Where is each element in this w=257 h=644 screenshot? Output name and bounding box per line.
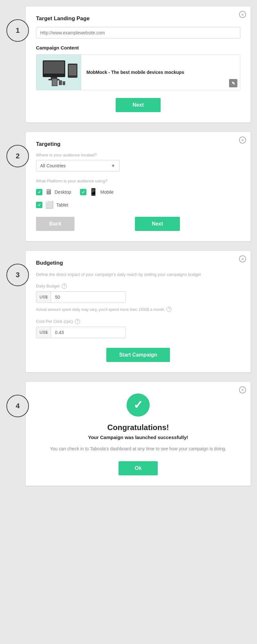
- step-1-next-button[interactable]: Next: [116, 98, 161, 112]
- dropdown-arrow-icon: ▼: [111, 163, 115, 168]
- campaign-content-label: Campaign Content: [36, 45, 240, 50]
- svg-rect-1: [44, 61, 64, 74]
- step-4-wrapper: 4 × Congratulations! Your Campaign was l…: [6, 382, 251, 486]
- cpc-input[interactable]: [51, 327, 126, 338]
- tablet-label: Tablet: [56, 202, 68, 207]
- desktop-label: Desktop: [55, 190, 71, 195]
- step-1-title: Target Landing Page: [36, 15, 240, 22]
- platform-tablet: ⬜ Tablet: [36, 201, 68, 209]
- congrats-subtitle: Your Campaign was launched successfully!: [36, 435, 240, 440]
- start-campaign-button[interactable]: Start Campaign: [106, 348, 170, 362]
- svg-rect-8: [59, 80, 62, 85]
- tablet-icon: ⬜: [45, 201, 54, 209]
- step-2-card: × Targeting Where is your audience locat…: [26, 132, 251, 241]
- edit-campaign-button[interactable]: ✎: [229, 79, 237, 87]
- daily-budget-currency: US$: [36, 292, 51, 302]
- audience-location-label: Where is your audience located?: [36, 153, 240, 157]
- step-1-close-button[interactable]: ×: [239, 11, 246, 18]
- svg-rect-5: [69, 65, 76, 75]
- desktop-icon: 🖥: [45, 188, 52, 196]
- daily-budget-note: Actual amount spent daily may vary, you'…: [36, 307, 240, 313]
- daily-budget-input[interactable]: [51, 292, 126, 303]
- budget-note-info-icon[interactable]: ?: [166, 307, 172, 312]
- step-1-circle: 1: [6, 19, 29, 42]
- cpc-label: Cost Per Click (cpc) ?: [36, 319, 240, 324]
- step-2-next-button[interactable]: Next: [135, 217, 180, 231]
- daily-budget-label: Daily Budget ?: [36, 284, 240, 289]
- step-4-close-button[interactable]: ×: [239, 386, 246, 393]
- svg-rect-7: [52, 79, 57, 85]
- step-4-card: × Congratulations! Your Campaign was lau…: [26, 382, 251, 486]
- daily-budget-info-icon[interactable]: ?: [62, 284, 67, 289]
- platform-label: What Platform is your audience using?: [36, 179, 240, 183]
- step-4-circle: 4: [6, 395, 29, 417]
- cpc-input-row: US$: [36, 327, 126, 338]
- cpc-info-icon[interactable]: ?: [75, 319, 80, 324]
- step-2-back-button[interactable]: Back: [36, 217, 75, 231]
- campaign-content-box: MobMock - The best mobile devices mockup…: [36, 54, 240, 90]
- congrats-description: You can check in to Taboola's dashboard …: [36, 445, 240, 452]
- daily-budget-input-row: US$: [36, 291, 126, 303]
- mobile-checkbox[interactable]: [80, 189, 86, 195]
- step-2-title: Targeting: [36, 141, 240, 147]
- ok-button[interactable]: Ok: [119, 461, 157, 475]
- congrats-title: Congratulations!: [36, 423, 240, 432]
- budget-description: Define the direct impact of your campaig…: [36, 271, 240, 278]
- step-2-btn-row: Back Next: [36, 217, 240, 231]
- mobile-label: Mobile: [100, 190, 113, 195]
- success-check-icon: [127, 393, 150, 417]
- mobile-icon: 📱: [89, 188, 98, 196]
- step-3-wrapper: 3 × Budgeting Define the direct impact o…: [6, 251, 251, 372]
- desktop-checkbox[interactable]: [36, 189, 42, 195]
- svg-rect-9: [63, 81, 65, 85]
- platform-desktop: 🖥 Desktop: [36, 188, 71, 196]
- url-input[interactable]: [36, 27, 240, 39]
- step-2-wrapper: 2 × Targeting Where is your audience loc…: [6, 132, 251, 241]
- step-2-circle: 2: [6, 145, 29, 167]
- platform-row-1: 🖥 Desktop 📱 Mobile: [36, 188, 240, 196]
- step-3-close-button[interactable]: ×: [239, 255, 246, 262]
- campaign-image: [36, 55, 81, 90]
- devices-illustration: [43, 60, 75, 84]
- campaign-text: MobMock - The best mobile devices mockup…: [81, 55, 240, 90]
- step-1-wrapper: 1 × Target Landing Page Campaign Content: [6, 6, 251, 122]
- location-dropdown[interactable]: All Countries ▼: [36, 160, 120, 172]
- step-2-close-button[interactable]: ×: [239, 137, 246, 144]
- step-1-card: × Target Landing Page Campaign Content: [26, 6, 251, 122]
- step-3-circle: 3: [6, 264, 29, 286]
- step-3-card: × Budgeting Define the direct impact of …: [26, 251, 251, 372]
- location-dropdown-value: All Countries: [40, 163, 111, 168]
- cpc-currency: US$: [36, 327, 51, 338]
- platform-mobile: 📱 Mobile: [80, 188, 113, 196]
- platform-row-2: ⬜ Tablet: [36, 201, 240, 209]
- tablet-checkbox[interactable]: [36, 202, 42, 208]
- step-3-title: Budgeting: [36, 260, 240, 266]
